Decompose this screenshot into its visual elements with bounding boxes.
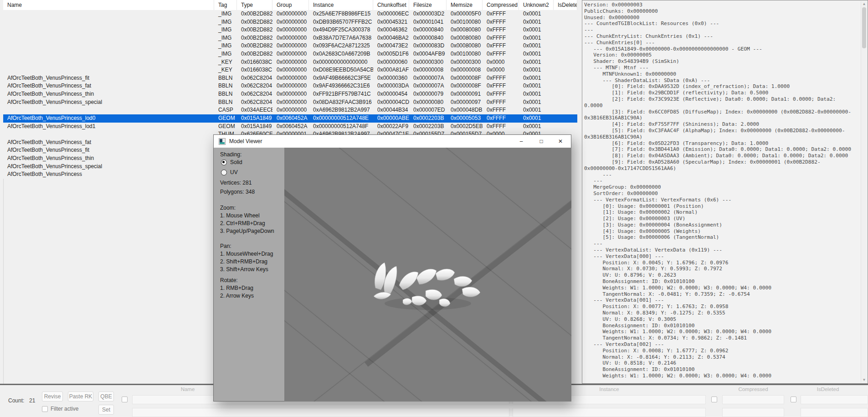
cell: BBLN: [214, 74, 237, 82]
cell: 0x00000000: [272, 98, 309, 107]
scroll-up-icon[interactable]: ▲: [861, 1, 867, 7]
cell: 0x00000079: [409, 90, 447, 98]
table-row[interactable]: AfOrcTeetBoth_VenusPrincess_fatBBLN0x062…: [3, 82, 577, 90]
column-header-type[interactable]: Type: [237, 0, 272, 10]
compressed-filter-field-2[interactable]: [722, 408, 784, 417]
compressed-filter-field[interactable]: [722, 395, 784, 404]
column-header-compressed[interactable]: Compressed: [483, 0, 519, 10]
cell: 0x00000000: [272, 74, 309, 82]
revise-button[interactable]: Revise: [42, 391, 63, 402]
cell: [554, 90, 577, 98]
cell: 0x000048DB: [447, 106, 483, 114]
model-3d-viewport[interactable]: [284, 148, 571, 402]
cell: GEOM: [214, 114, 237, 123]
cell: 0x0001: [519, 123, 554, 131]
cell: AfOrcTeetBoth_VenusPrincess_special: [3, 163, 214, 171]
cell: 0x00000000: [272, 58, 309, 67]
table-row[interactable]: _IMG0x00B2D8820x000000000xB38A7D7E7A6A76…: [3, 34, 577, 42]
table-row[interactable]: _IMG0x00B2D8820x000000000x25A6E7F8B986FE…: [3, 10, 577, 18]
column-header-filesize[interactable]: Filesize: [409, 0, 447, 10]
column-header-chunkoffset[interactable]: Chunkoffset: [373, 0, 409, 10]
column-header-unknown2[interactable]: Unknown2: [519, 0, 554, 10]
model-viewer-icon: [219, 138, 226, 145]
column-header-name[interactable]: Name: [3, 0, 214, 10]
cell: 0x00046BA2: [373, 34, 409, 42]
compressed-column-label: Compressed: [722, 386, 784, 392]
isdeleted-filter-field-2[interactable]: [801, 408, 868, 417]
table-row[interactable]: AfOrcTeetBoth_VenusPrincess_fitBBLN0x062…: [3, 74, 577, 82]
name-filter-field-2[interactable]: [132, 408, 509, 417]
viewer-side-panel: Shading: Solid UV Vertices: 281 Polygons…: [214, 148, 284, 401]
uv-radio-label[interactable]: UV: [230, 169, 238, 175]
name-filter-checkbox[interactable]: [122, 396, 128, 402]
cell: [554, 123, 577, 131]
instance-filter-field-2[interactable]: [513, 408, 706, 417]
table-row[interactable]: AfOrcTeetBoth_VenusPrincess_specialBBLN0…: [3, 98, 577, 107]
cell: 0x00B2D882: [237, 10, 272, 18]
maximize-button[interactable]: □: [532, 135, 551, 148]
cell: 0x0000: [483, 58, 519, 67]
minimize-button[interactable]: –: [512, 135, 531, 148]
table-row[interactable]: _IMG0x00B2D8820x000000000xDB93B65707FFFB…: [3, 18, 577, 26]
cell: 0xFFFF: [483, 10, 519, 18]
dialog-titlebar[interactable]: Model Viewer – □ ✕: [214, 135, 571, 148]
cell: AfOrcTeetBoth_VenusPrincess: [3, 170, 214, 179]
cell: _IMG: [214, 18, 237, 26]
compressed-filter-checkbox[interactable]: [711, 396, 717, 402]
table-row[interactable]: _KEY0x0166038C0x000000000x00000000000000…: [3, 58, 577, 67]
cell: 0x0001: [519, 98, 554, 107]
table-row[interactable]: _IMG0x00B2D8820x000000000x0A2683C0A66720…: [3, 50, 577, 58]
uv-radio[interactable]: [221, 170, 227, 175]
isdeleted-filter-checkbox[interactable]: [791, 396, 796, 402]
cell: 0x000005F0: [447, 10, 483, 18]
isdeleted-filter-field[interactable]: [801, 395, 868, 404]
details-scrollbar[interactable]: ▲ ▼: [861, 1, 867, 383]
cell: AfOrcTeetBoth_VenusPrincess_special: [3, 98, 214, 107]
close-button[interactable]: ✕: [551, 135, 570, 148]
table-row[interactable]: AfOrcTeetBoth_VenusPrincess_lod1GEOM0x01…: [3, 123, 577, 131]
set-button[interactable]: Set: [98, 405, 114, 415]
cell: AfOrcTeetBoth_VenusPrincess_lod1: [3, 123, 214, 131]
cell: AfOrcTeetBoth_VenusPrincess_fit: [3, 74, 214, 82]
solid-radio-label[interactable]: Solid: [230, 159, 242, 165]
column-header-instance[interactable]: Instance: [309, 0, 373, 10]
column-header-memsize[interactable]: Memsize: [447, 0, 483, 10]
cell: 0x0001: [519, 114, 554, 123]
cell: 0xA6962B9812B2A997: [309, 106, 373, 114]
table-row[interactable]: AfOrcTeetBoth_VenusPrincess_lod0GEOM0x01…: [3, 114, 577, 123]
table-row[interactable]: _IMG0x00B2D8820x000000000x494D9F25CA3003…: [3, 26, 577, 34]
cell: [3, 58, 214, 67]
cell: 0x00000000512A748F: [309, 123, 373, 131]
cell: BBLN: [214, 90, 237, 98]
table-row[interactable]: _KEY0x0166038C0x000000000xD08E9EEBD50A54…: [3, 66, 577, 74]
cell: 0xFFFF: [483, 34, 519, 42]
cell: 0x00001041: [409, 18, 447, 26]
cell: [3, 106, 214, 114]
cell: 0x0060452A: [272, 114, 309, 123]
resource-details-panel[interactable]: Version: 0x00000003 PublicChunks: 0x0000…: [582, 0, 868, 384]
cell: [3, 66, 214, 74]
cell: 0x0000008F: [447, 74, 483, 82]
cell: 0x00100080: [447, 50, 483, 58]
filter-active-checkbox[interactable]: [42, 406, 48, 412]
solid-radio[interactable]: [221, 160, 227, 165]
column-header-group[interactable]: Group: [272, 0, 309, 10]
help-line: Rotate:: [220, 277, 254, 284]
column-header-tag[interactable]: Tag: [214, 0, 237, 10]
name-column-label: Name: [174, 386, 201, 392]
cell: _IMG: [214, 50, 237, 58]
paste-rk-button[interactable]: Paste RK: [68, 391, 93, 402]
qbe-button[interactable]: QBE: [98, 391, 114, 402]
cell: AfOrcTeetBoth_VenusPrincess_fat: [3, 139, 214, 147]
scrollbar-thumb[interactable]: [862, 7, 866, 48]
table-row[interactable]: AfOrcTeetBoth_VenusPrincess_thinBBLN0x06…: [3, 90, 577, 98]
cell: 0x0001: [519, 90, 554, 98]
column-header-isdeleted[interactable]: IsDeleted: [554, 0, 577, 10]
zoom-help: Zoom:1. Mouse Wheel2. Ctrl+RMB+Drag3. Pa…: [220, 204, 274, 235]
cell: 0x00000000: [272, 26, 309, 34]
cell: [3, 18, 214, 26]
scroll-down-icon[interactable]: ▼: [861, 377, 867, 383]
cell: 0x000473E2: [373, 42, 409, 50]
table-row[interactable]: _IMG0x00B2D8820x000000000x093F6AC2A87123…: [3, 42, 577, 50]
table-row[interactable]: CASP0x034AEECB0x000000000xA6962B9812B2A9…: [3, 106, 577, 114]
